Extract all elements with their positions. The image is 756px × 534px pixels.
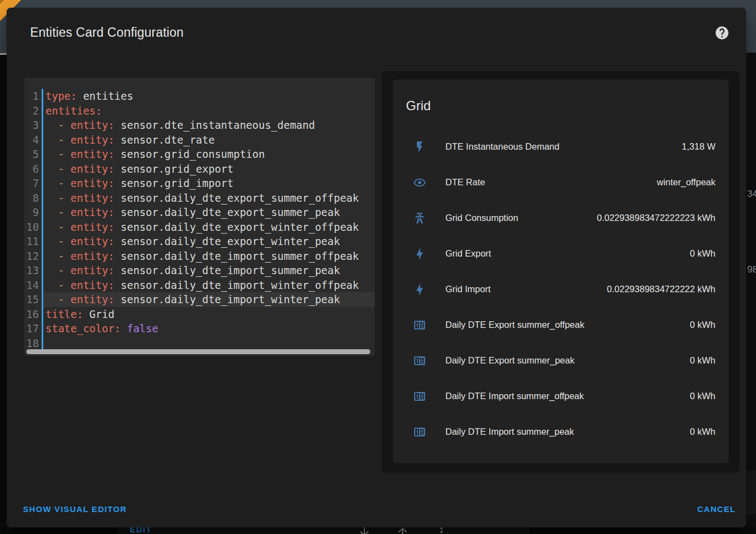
line-number: 12 xyxy=(24,249,43,264)
transmission-tower-icon xyxy=(413,212,426,225)
code-line: 3 - entity: sensor.dte_instantaneous_dem… xyxy=(24,118,375,133)
entity-state-value: 0 kWh xyxy=(690,320,715,330)
entity-state-value: 0 kWh xyxy=(690,355,715,366)
code-text: - entity: sensor.daily_dte_export_winter… xyxy=(43,234,375,249)
code-line: 2entities: xyxy=(24,104,375,118)
entity-state-value: 1,318 W xyxy=(682,141,715,152)
partial-sensor-value: 98 xyxy=(747,264,756,275)
flash-icon xyxy=(413,140,426,154)
line-number: 5 xyxy=(24,147,43,162)
code-line: 16title: Grid xyxy=(24,307,375,322)
code-line: 5 - entity: sensor.grid_consumption xyxy=(24,147,375,162)
entity-row[interactable]: Daily DTE Import summer_peak0 kWh xyxy=(393,414,729,450)
entity-row[interactable]: Grid Consumption0.022938983472222223 kWh xyxy=(393,200,729,236)
code-line: 11 - entity: sensor.daily_dte_export_win… xyxy=(24,234,375,249)
entities-card-configuration-dialog: Entities Card Configuration 1type: entit… xyxy=(7,8,746,527)
line-number: 17 xyxy=(24,321,43,336)
entity-name: Grid Consumption xyxy=(445,213,590,223)
yaml-code-editor[interactable]: 1type: entities2entities:3 - entity: sen… xyxy=(24,78,375,356)
code-text xyxy=(43,336,375,351)
line-number: 18 xyxy=(24,336,43,351)
dialog-title: Entities Card Configuration xyxy=(30,25,184,40)
line-number: 16 xyxy=(24,307,43,322)
code-text: - entity: sensor.grid_consumption xyxy=(43,147,375,162)
line-number: 9 xyxy=(24,205,43,220)
entity-row[interactable]: DTE Instantaneous Demand1,318 W xyxy=(393,129,729,164)
code-lines: 1type: entities2entities:3 - entity: sen… xyxy=(24,78,375,350)
code-line: 7 - entity: sensor.grid_import xyxy=(24,176,375,191)
code-line: 14 - entity: sensor.daily_dte_import_win… xyxy=(24,278,375,293)
code-line: 12 - entity: sensor.daily_dte_import_sum… xyxy=(24,249,375,264)
code-line: 8 - entity: sensor.daily_dte_export_summ… xyxy=(24,191,375,206)
counter-icon xyxy=(413,390,426,403)
code-line: 10 - entity: sensor.daily_dte_export_win… xyxy=(24,220,375,235)
code-text: - entity: sensor.daily_dte_import_winter… xyxy=(43,278,375,293)
code-line: 6 - entity: sensor.grid_export xyxy=(24,162,375,177)
show-visual-editor-button[interactable]: SHOW VISUAL EDITOR xyxy=(23,504,127,514)
line-number: 7 xyxy=(24,176,43,191)
entity-state-value: 0.022938983472222223 kWh xyxy=(597,213,715,223)
code-line: 4 - entity: sensor.dte_rate xyxy=(24,133,375,147)
entity-state-value: 0 kWh xyxy=(690,427,715,437)
code-text: type: entities xyxy=(43,89,375,104)
page-background-right xyxy=(746,53,756,534)
line-number: 1 xyxy=(24,89,43,104)
code-text: state_color: false xyxy=(43,321,375,336)
entity-rows: DTE Instantaneous Demand1,318 WDTE Ratew… xyxy=(393,129,729,450)
entity-name: Grid Export xyxy=(445,248,683,259)
entity-row[interactable]: Daily DTE Export summer_offpeak0 kWh xyxy=(393,307,729,343)
entity-row[interactable]: Grid Import0.0229389834722222 kWh xyxy=(393,271,729,307)
code-text: - entity: sensor.daily_dte_export_summer… xyxy=(43,191,375,206)
entity-state-value: 0 kWh xyxy=(690,248,715,259)
code-line: 9 - entity: sensor.daily_dte_export_summ… xyxy=(24,205,375,220)
entity-name: Daily DTE Export summer_offpeak xyxy=(445,320,683,330)
line-number: 4 xyxy=(24,133,43,147)
code-text: - entity: sensor.daily_dte_export_summer… xyxy=(43,205,375,220)
line-number: 2 xyxy=(24,104,43,118)
eye-icon xyxy=(413,176,426,189)
line-number: 11 xyxy=(24,234,43,249)
partial-sensor-value: 34 xyxy=(747,189,756,200)
line-number: 3 xyxy=(24,118,43,133)
code-text: - entity: sensor.daily_dte_export_winter… xyxy=(43,220,375,235)
code-line: 17state_color: false xyxy=(24,321,375,336)
counter-icon xyxy=(413,319,426,332)
code-text: - entity: sensor.grid_export xyxy=(43,162,375,177)
line-number: 10 xyxy=(24,220,43,235)
code-text: - entity: sensor.daily_dte_import_winter… xyxy=(43,292,375,307)
line-number: 13 xyxy=(24,263,43,278)
entity-name: Daily DTE Export summer_peak xyxy=(445,355,683,366)
counter-icon xyxy=(413,354,426,367)
code-line: 13 - entity: sensor.daily_dte_import_sum… xyxy=(24,263,375,278)
entity-row[interactable]: DTE Ratewinter_offpeak xyxy=(393,164,729,200)
lightning-bolt-icon xyxy=(413,283,426,296)
code-line: 18 xyxy=(24,336,375,351)
counter-icon xyxy=(413,425,426,439)
line-number: 6 xyxy=(24,162,43,177)
background-card-edge xyxy=(746,470,756,514)
cancel-button[interactable]: CANCEL xyxy=(697,504,736,514)
entity-row[interactable]: Daily DTE Import summer_offpeak0 kWh xyxy=(393,378,729,414)
line-number: 14 xyxy=(24,278,43,293)
editor-horizontal-scrollbar[interactable] xyxy=(26,349,370,354)
entities-card-preview: Grid DTE Instantaneous Demand1,318 WDTE … xyxy=(393,79,729,463)
entity-name: Daily DTE Import summer_offpeak xyxy=(445,391,683,401)
entity-row[interactable]: Grid Export0 kWh xyxy=(393,236,729,271)
entity-row[interactable]: Daily DTE Export summer_peak0 kWh xyxy=(393,343,729,378)
code-line: 1type: entities xyxy=(24,89,375,104)
entity-name: Grid Import xyxy=(445,284,600,294)
entity-state-value: 0.0229389834722222 kWh xyxy=(607,284,715,294)
code-line: 15 - entity: sensor.daily_dte_import_win… xyxy=(24,292,375,307)
line-number: 8 xyxy=(24,191,43,206)
entity-name: DTE Rate xyxy=(445,177,650,188)
help-circle-icon xyxy=(714,34,730,42)
code-text: entities: xyxy=(43,104,375,118)
code-text: - entity: sensor.daily_dte_import_summer… xyxy=(43,263,375,278)
entity-name: DTE Instantaneous Demand xyxy=(445,141,675,152)
help-button[interactable] xyxy=(714,25,730,41)
card-title: Grid xyxy=(406,98,431,113)
entity-name: Daily DTE Import summer_peak xyxy=(445,427,683,437)
lightning-bolt-icon xyxy=(413,247,426,260)
entity-state-value: winter_offpeak xyxy=(657,177,715,188)
code-text: title: Grid xyxy=(43,307,375,322)
